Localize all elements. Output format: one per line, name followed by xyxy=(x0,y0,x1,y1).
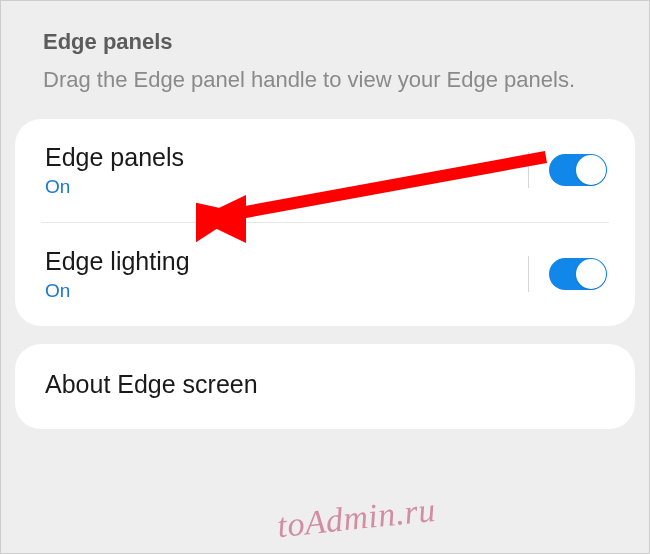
toggle-divider xyxy=(528,152,529,188)
setting-title: Edge panels xyxy=(45,143,184,172)
settings-card-main: Edge panels On Edge lighting On xyxy=(15,119,635,326)
toggle-edge-panels[interactable] xyxy=(549,154,607,186)
watermark-text: toAdmin.ru xyxy=(275,491,437,545)
settings-header: Edge panels Drag the Edge panel handle t… xyxy=(1,1,649,119)
header-title: Edge panels xyxy=(43,29,607,55)
setting-text-block: Edge lighting On xyxy=(45,247,190,302)
header-subtitle: Drag the Edge panel handle to view your … xyxy=(43,65,607,95)
setting-status: On xyxy=(45,176,184,198)
toggle-thumb xyxy=(576,259,606,289)
setting-about-edge-screen[interactable]: About Edge screen xyxy=(15,344,635,429)
setting-edge-lighting[interactable]: Edge lighting On xyxy=(15,223,635,326)
setting-status: On xyxy=(45,280,190,302)
toggle-thumb xyxy=(576,155,606,185)
settings-card-about: About Edge screen xyxy=(15,344,635,429)
setting-title: Edge lighting xyxy=(45,247,190,276)
toggle-divider xyxy=(528,256,529,292)
toggle-wrap xyxy=(528,256,607,292)
toggle-edge-lighting[interactable] xyxy=(549,258,607,290)
setting-text-block: Edge panels On xyxy=(45,143,184,198)
setting-edge-panels[interactable]: Edge panels On xyxy=(15,119,635,222)
toggle-wrap xyxy=(528,152,607,188)
